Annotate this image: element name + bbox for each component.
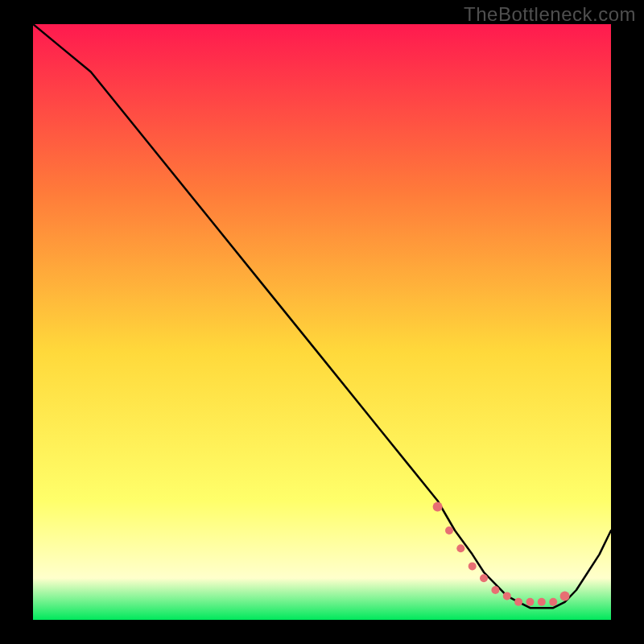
- marker-dot: [433, 502, 443, 511]
- marker-dot: [514, 598, 522, 606]
- marker-dot: [549, 598, 557, 606]
- plot-area: [33, 24, 611, 620]
- gradient-background: [33, 24, 611, 620]
- watermark-text: TheBottleneck.com: [464, 3, 636, 26]
- marker-dot: [491, 586, 499, 594]
- marker-dot: [503, 592, 511, 600]
- marker-dot: [538, 598, 546, 606]
- marker-dot: [456, 544, 464, 552]
- marker-dot: [445, 526, 453, 535]
- marker-dot: [480, 574, 488, 582]
- chart-frame: TheBottleneck.com: [0, 0, 644, 644]
- marker-dot: [469, 562, 477, 570]
- marker-dot: [526, 598, 535, 606]
- marker-dot: [560, 591, 570, 601]
- chart-svg: [33, 24, 611, 620]
